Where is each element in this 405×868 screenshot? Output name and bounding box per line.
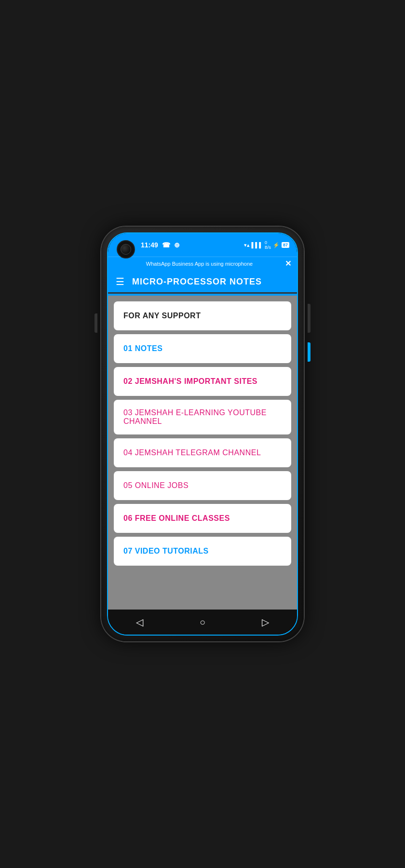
data-speed-icon: 0B/s: [265, 240, 271, 250]
data-status-icon: ⊕: [174, 241, 180, 249]
menu-item-label-online-jobs: 05 ONLINE JOBS: [123, 481, 189, 490]
menu-item-label-notes: 01 NOTES: [123, 344, 162, 353]
menu-item-label-video-tutorials: 07 VIDEO TUTORIALS: [123, 547, 209, 556]
menu-item-label-support: FOR ANY SUPPORT: [123, 312, 201, 320]
battery-level: 87: [282, 242, 289, 248]
hamburger-menu-icon[interactable]: ☰: [116, 276, 124, 287]
bottom-nav: ◁ ○ ▷: [108, 610, 297, 635]
recent-nav-button[interactable]: ▷: [257, 613, 274, 631]
menu-item-label-important-sites: 02 JEMSHAH'S IMPORTANT SITES: [123, 377, 257, 386]
status-icons-right: ▾▴ ▌▌▌ 0B/s ⚡ 87: [244, 240, 289, 250]
menu-item-video-tutorials[interactable]: 07 VIDEO TUTORIALS: [114, 537, 291, 566]
home-nav-button[interactable]: ○: [194, 613, 211, 631]
menu-item-support[interactable]: FOR ANY SUPPORT: [114, 301, 291, 330]
camera-lens: [121, 244, 131, 255]
wifi-icon: ▾▴: [244, 242, 250, 248]
status-time-area: 11:49 ☎ ⊕: [141, 241, 180, 249]
app-title: MICRO-PROCESSOR NOTES: [132, 277, 262, 287]
notification-bar: WhatsApp Business App is using microphon…: [108, 257, 297, 271]
menu-item-label-telegram: 04 JEMSHAH TELEGRAM CHANNEL: [123, 448, 261, 457]
status-bar: 11:49 ☎ ⊕ ▾▴ ▌▌▌ 0B/s ⚡ 87: [108, 233, 297, 257]
menu-item-notes[interactable]: 01 NOTES: [114, 334, 291, 363]
volume-button[interactable]: [94, 313, 97, 333]
menu-item-label-youtube: 03 JEMSHAH E-LEARNING YOUTUBE CHANNEL: [123, 408, 282, 426]
charging-icon: ⚡: [273, 242, 280, 248]
notification-text: WhatsApp Business App is using microphon…: [114, 261, 285, 267]
close-notification-button[interactable]: ✕: [285, 259, 291, 268]
phone-status-icon: ☎: [162, 241, 170, 249]
app-header: ☰ MICRO-PROCESSOR NOTES: [108, 271, 297, 294]
scroll-indicator: [308, 342, 310, 362]
front-camera: [117, 240, 135, 258]
menu-item-online-jobs[interactable]: 05 ONLINE JOBS: [114, 471, 291, 500]
power-button[interactable]: [308, 304, 310, 333]
menu-item-label-free-classes: 06 FREE ONLINE CLASSES: [123, 514, 230, 523]
menu-item-telegram[interactable]: 04 JEMSHAH TELEGRAM CHANNEL: [114, 438, 291, 467]
back-nav-button[interactable]: ◁: [131, 613, 148, 631]
signal-icon: ▌▌▌: [252, 242, 263, 248]
menu-item-free-classes[interactable]: 06 FREE ONLINE CLASSES: [114, 504, 291, 533]
clock: 11:49: [141, 241, 158, 249]
menu-item-important-sites[interactable]: 02 JEMSHAH'S IMPORTANT SITES: [114, 367, 291, 396]
main-content: FOR ANY SUPPORT01 NOTES02 JEMSHAH'S IMPO…: [108, 296, 297, 610]
menu-item-youtube[interactable]: 03 JEMSHAH E-LEARNING YOUTUBE CHANNEL: [114, 400, 291, 434]
